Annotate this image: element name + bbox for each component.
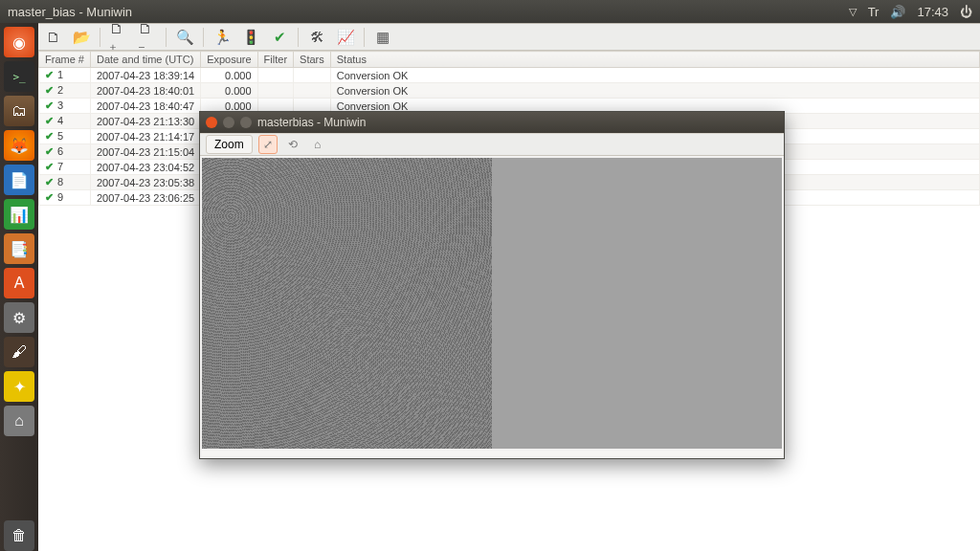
cell-stars	[294, 83, 331, 99]
separator-icon	[203, 28, 204, 47]
cell-frame: ✔8	[39, 175, 91, 190]
float-title: masterbias - Muniwin	[257, 116, 366, 129]
col-frame[interactable]: Frame #	[39, 52, 91, 68]
separator-icon	[298, 28, 299, 47]
float-toolbar: Zoom ⤢ ⟲ ⌂	[200, 133, 784, 156]
sound-icon[interactable]: 🔊	[890, 5, 905, 19]
separator-icon	[166, 28, 167, 47]
col-stars[interactable]: Stars	[294, 52, 331, 68]
remove-frames-button[interactable]: 🗋₋	[137, 27, 158, 48]
system-tray: ▽ Tr 🔊 17:43 ⏻	[849, 5, 972, 19]
settings-icon[interactable]: ⚙	[4, 302, 34, 333]
separator-icon	[100, 28, 100, 47]
window-minimize-button[interactable]	[223, 117, 234, 128]
zoom-fit-button[interactable]: ⤢	[258, 135, 278, 154]
cell-datetime: 2007-04-23 23:04:52	[90, 160, 200, 175]
cell-datetime: 2007-04-23 21:15:04	[90, 144, 200, 160]
cell-exposure: 0.000	[201, 83, 257, 99]
check-icon: ✔	[45, 145, 57, 157]
col-datetime[interactable]: Date and time (UTC)	[90, 52, 200, 68]
drive-icon[interactable]: ⌂	[4, 406, 34, 436]
float-statusbar	[202, 451, 782, 456]
cell-frame: ✔1	[39, 68, 91, 83]
check-icon: ✔	[45, 84, 57, 96]
cell-frame: ✔4	[39, 114, 91, 129]
image-viewport[interactable]	[202, 158, 782, 449]
cell-status: Conversion OK	[330, 83, 979, 99]
check-icon: ✔	[45, 69, 57, 80]
plot-button[interactable]: 📈	[335, 27, 356, 48]
cell-stars	[294, 68, 331, 83]
cell-filter	[257, 68, 293, 83]
wifi-icon[interactable]: ▽	[849, 6, 857, 18]
cell-frame: ✔9	[39, 190, 91, 206]
cell-frame: ✔7	[39, 160, 91, 175]
cell-exposure: 0.000	[201, 68, 257, 83]
check-button[interactable]: ✔	[269, 27, 290, 48]
masterbias-window[interactable]: masterbias - Muniwin Zoom ⤢ ⟲ ⌂	[199, 111, 785, 459]
float-titlebar[interactable]: masterbias - Muniwin	[200, 112, 784, 133]
cell-datetime: 2007-04-23 18:40:01	[90, 83, 200, 99]
table-row[interactable]: ✔22007-04-23 18:40:010.000Conversion OK	[39, 83, 980, 99]
files-icon[interactable]: 🗂	[4, 96, 34, 126]
check-icon: ✔	[45, 130, 57, 142]
trash-icon[interactable]: 🗑	[4, 520, 34, 551]
zoom-label-button[interactable]: Zoom	[206, 135, 253, 154]
bias-image-left	[202, 158, 492, 449]
calc-icon[interactable]: 📊	[4, 199, 34, 230]
clock[interactable]: 17:43	[917, 5, 948, 19]
process-button[interactable]: 🚦	[240, 27, 261, 48]
col-exposure[interactable]: Exposure	[201, 52, 257, 68]
software-center-icon[interactable]: A	[4, 268, 34, 298]
window-close-button[interactable]	[206, 117, 217, 128]
paint-icon[interactable]: 🖌	[4, 337, 34, 367]
run-button[interactable]: 🏃	[212, 27, 233, 48]
main-toolbar: 🗋 📂 🗋₊ 🗋₋ 🔍 🏃 🚦 ✔ 🛠 📈 ▦	[38, 24, 980, 51]
check-icon: ✔	[45, 115, 57, 126]
cell-frame: ✔6	[39, 144, 91, 160]
keyboard-indicator[interactable]: Tr	[868, 5, 880, 19]
app-title: master_bias - Muniwin	[8, 5, 132, 19]
zoom-home-button[interactable]: ⌂	[308, 135, 327, 154]
window-maximize-button[interactable]	[240, 117, 252, 128]
cell-datetime: 2007-04-23 21:14:17	[90, 129, 200, 144]
firefox-icon[interactable]: 🦊	[4, 130, 34, 161]
grid-button[interactable]: ▦	[372, 27, 393, 48]
star-app-icon[interactable]: ✦	[4, 371, 34, 402]
col-filter[interactable]: Filter	[257, 52, 293, 68]
writer-icon[interactable]: 📄	[4, 165, 34, 195]
zoom-button[interactable]: 🔍	[174, 27, 195, 48]
cell-datetime: 2007-04-23 18:40:47	[90, 99, 200, 114]
table-row[interactable]: ✔12007-04-23 18:39:140.000Conversion OK	[39, 68, 980, 83]
power-icon[interactable]: ⏻	[960, 5, 972, 19]
new-project-button[interactable]: 🗋	[42, 27, 63, 48]
check-icon: ✔	[45, 176, 57, 187]
bias-image-right	[492, 158, 782, 449]
check-icon: ✔	[45, 161, 57, 172]
cell-datetime: 2007-04-23 21:13:30	[90, 114, 200, 129]
launcher: ◉ >_ 🗂 🦊 📄 📊 📑 A ⚙ 🖌 ✦ ⌂ 🗑	[0, 23, 38, 551]
col-status[interactable]: Status	[330, 52, 979, 68]
cell-frame: ✔5	[39, 129, 91, 144]
dash-icon[interactable]: ◉	[4, 27, 34, 57]
cell-frame: ✔2	[39, 83, 91, 99]
separator-icon	[364, 28, 365, 47]
cell-frame: ✔3	[39, 99, 91, 114]
cell-datetime: 2007-04-23 23:06:25	[90, 190, 200, 206]
impress-icon[interactable]: 📑	[4, 233, 34, 264]
cell-status: Conversion OK	[330, 68, 979, 83]
cell-datetime: 2007-04-23 18:39:14	[90, 68, 200, 83]
zoom-prev-button[interactable]: ⟲	[283, 135, 302, 154]
cell-datetime: 2007-04-23 23:05:38	[90, 175, 200, 190]
check-icon: ✔	[45, 191, 57, 203]
cell-filter	[257, 83, 293, 99]
terminal-icon[interactable]: >_	[4, 61, 34, 92]
tools-button[interactable]: 🛠	[306, 27, 327, 48]
add-frames-button[interactable]: 🗋₊	[108, 27, 129, 48]
open-button[interactable]: 📂	[71, 27, 92, 48]
check-icon: ✔	[45, 99, 57, 111]
